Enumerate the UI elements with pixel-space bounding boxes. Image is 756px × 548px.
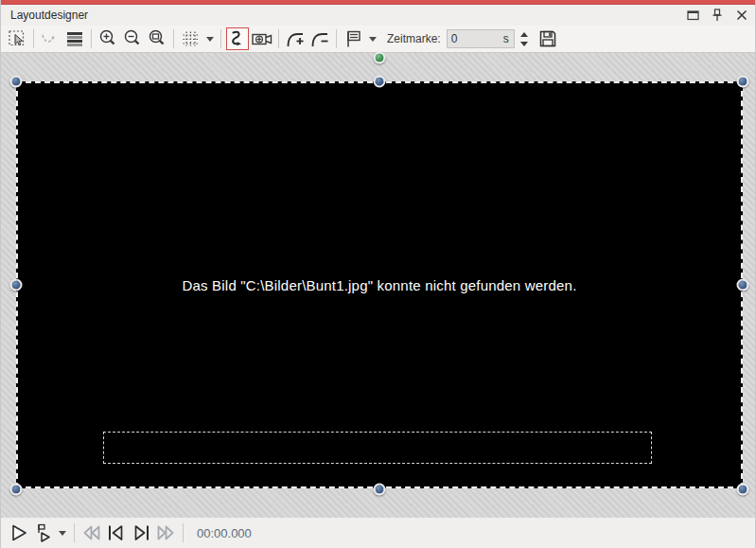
skip-to-start-button[interactable] [104, 521, 129, 545]
close-icon [736, 9, 747, 21]
resize-handle-bottom-right[interactable] [737, 484, 749, 496]
toolbar-separator [33, 29, 34, 48]
play-from-marker-button[interactable] [31, 521, 56, 545]
playback-time: 00:00.000 [197, 526, 252, 540]
time-marker-dropdown-button[interactable] [366, 27, 378, 50]
zeitmarke-field: s [447, 29, 515, 48]
zeitmarke-input[interactable] [448, 32, 503, 45]
zoom-in-button[interactable] [97, 27, 119, 50]
curve-tool-icon [40, 28, 61, 49]
layers-icon [64, 28, 85, 49]
play-options-dropdown-button[interactable] [56, 521, 69, 545]
skip-to-start-icon [105, 521, 128, 544]
toolbar-separator [220, 29, 221, 48]
zoom-in-icon [97, 28, 118, 49]
rotation-handle[interactable] [374, 52, 386, 64]
spinner-down-icon [520, 42, 528, 46]
fast-forward-icon [154, 521, 177, 544]
zoom-out-button[interactable] [121, 27, 144, 50]
resize-handle-middle-left[interactable] [10, 279, 23, 292]
play-from-marker-icon [32, 521, 55, 544]
maximize-icon [687, 9, 699, 21]
titlebar[interactable]: Layoutdesigner [1, 5, 756, 26]
close-button[interactable] [732, 7, 751, 24]
playbar-separator [74, 523, 75, 542]
dropdown-caret-icon [59, 531, 66, 536]
select-tool-icon [7, 28, 27, 49]
motion-path-icon [227, 28, 248, 49]
remove-curve-point-button[interactable] [308, 27, 331, 50]
time-marker-button[interactable] [342, 27, 364, 50]
toolbar-separator [336, 29, 337, 48]
curve-tool-button[interactable] [39, 27, 62, 50]
rewind-button[interactable] [79, 521, 104, 545]
spinner-up-icon [520, 32, 528, 37]
playback-toolbar: 00:00.000 [1, 518, 756, 548]
resize-handle-top-left[interactable] [10, 76, 23, 88]
layoutdesigner-window: Layoutdesigner [0, 0, 756, 548]
save-button[interactable] [536, 27, 559, 50]
dropdown-caret-icon [206, 37, 214, 42]
select-tool-button[interactable] [6, 27, 28, 50]
workspace: Das Bild "C:\Bilder\Bunt1.jpg" konnte ni… [1, 53, 756, 518]
spinner-up-button[interactable] [519, 29, 531, 39]
toolbar-separator [278, 29, 279, 48]
main-toolbar: Zeitmarke: s [1, 26, 756, 53]
pin-icon [712, 9, 723, 22]
fast-forward-button[interactable] [153, 521, 178, 545]
zeitmarke-spinner [519, 29, 531, 48]
window-controls [683, 5, 751, 26]
remove-curve-point-icon [309, 28, 330, 49]
resize-handle-top-center[interactable] [374, 76, 386, 88]
skip-to-end-icon [130, 521, 152, 544]
skip-to-end-button[interactable] [129, 521, 153, 545]
camera-icon [251, 28, 273, 49]
spinner-down-button[interactable] [519, 39, 531, 48]
layers-button[interactable] [63, 27, 86, 50]
maximize-button[interactable] [683, 7, 702, 24]
playbar-separator [183, 523, 184, 542]
zoom-fit-button[interactable] [146, 27, 168, 50]
resize-handle-bottom-left[interactable] [10, 484, 23, 496]
toolbar-separator [91, 29, 92, 48]
toolbar-separator [173, 29, 174, 48]
time-marker-flag-icon [343, 28, 363, 49]
window-title: Layoutdesigner [10, 9, 88, 22]
missing-image-error: Das Bild "C:\Bilder\Bunt1.jpg" konnte ni… [18, 277, 741, 293]
zoom-out-icon [122, 28, 143, 49]
zoom-fit-icon [147, 28, 167, 49]
text-placeholder-box[interactable] [103, 432, 652, 464]
add-curve-point-icon [285, 28, 306, 49]
play-icon [8, 521, 30, 544]
rewind-icon [80, 521, 103, 544]
pin-button[interactable] [708, 7, 727, 24]
add-curve-point-button[interactable] [284, 27, 307, 50]
save-floppy-icon [537, 28, 558, 49]
grid-icon [180, 28, 201, 49]
resize-handle-middle-right[interactable] [737, 279, 749, 292]
motion-path-tool-button[interactable] [226, 27, 249, 50]
resize-handle-top-right[interactable] [737, 76, 749, 88]
grid-button[interactable] [179, 27, 202, 50]
grid-dropdown-button[interactable] [203, 27, 216, 50]
dropdown-caret-icon [369, 37, 377, 42]
camera-pan-button[interactable] [251, 27, 273, 50]
resize-handle-bottom-center[interactable] [374, 484, 386, 496]
slide-canvas[interactable]: Das Bild "C:\Bilder\Bunt1.jpg" konnte ni… [16, 81, 743, 488]
play-button[interactable] [7, 521, 31, 545]
zeitmarke-label: Zeitmarke: [387, 32, 441, 45]
zeitmarke-unit: s [503, 32, 514, 45]
